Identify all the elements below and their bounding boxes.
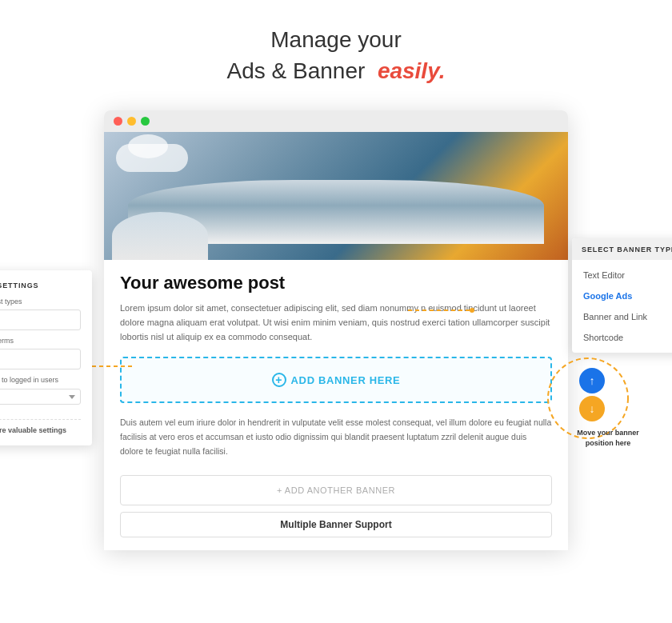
browser-content: Your awesome post Lorem ipsum dolor sit … xyxy=(104,260,568,549)
select-banner-type-panel: SELECT BANNER TYPE ▼ Text Editor Google … xyxy=(572,238,672,353)
add-banner-placeholder[interactable]: + ADD BANNER HERE xyxy=(120,357,552,403)
headline-line1: Manage your xyxy=(270,27,401,52)
select-banner-header: SELECT BANNER TYPE ▼ xyxy=(572,238,672,260)
show-on-post-types-label: Show on post types xyxy=(0,298,81,306)
headline: Manage your Ads & Banner easily. xyxy=(227,24,446,86)
move-down-button[interactable]: ↓ xyxy=(579,396,605,421)
banner-plus-icon: + xyxy=(272,373,286,387)
panel-more-text: and more valuable settings xyxy=(0,426,81,434)
dot-green xyxy=(141,117,150,126)
browser-titlebar xyxy=(104,110,568,132)
disable-for-terms-input[interactable]: News × xyxy=(0,349,81,369)
banner-settings-panel: BANNER SETTINGS Show on post types Post … xyxy=(0,270,92,445)
banner-placeholder-label: ADD BANNER HERE xyxy=(291,374,401,386)
move-position-panel: ↑ ↓ Move your banner position here xyxy=(576,366,640,448)
multiple-banner-support-label: Multiple Banner Support xyxy=(120,512,552,537)
page-wrapper: Manage your Ads & Banner easily. Your aw… xyxy=(0,0,672,623)
disable-for-terms-label: Disable for terms xyxy=(0,337,81,345)
banner-option-shortcode[interactable]: Shortcode xyxy=(572,327,672,348)
limit-banner-label: Limit Banner to logged in users xyxy=(0,376,81,384)
post-text2: Duis autem vel eum iriure dolor in hendr… xyxy=(120,416,552,459)
post-title: Your awesome post xyxy=(120,273,552,294)
banner-option-text-editor[interactable]: Text Editor xyxy=(572,265,672,286)
banner-option-google-ads[interactable]: Google Ads xyxy=(572,286,672,306)
dot-yellow xyxy=(127,117,136,126)
banner-option-banner-link[interactable]: Banner and Link xyxy=(572,306,672,327)
show-on-post-types-input[interactable]: Post × xyxy=(0,310,81,330)
move-position-label: Move your banner position here xyxy=(576,428,640,448)
post-text1: Lorem ipsum dolor sit amet, consectetuer… xyxy=(120,302,552,344)
browser-mockup: Your awesome post Lorem ipsum dolor sit … xyxy=(104,110,568,549)
browser-hero-image xyxy=(104,132,568,260)
headline-emphasis: easily. xyxy=(378,58,446,83)
add-another-banner[interactable]: + ADD ANOTHER BANNER xyxy=(120,475,552,505)
select-banner-options: Text Editor Google Ads Banner and Link S… xyxy=(572,260,672,353)
panel-divider xyxy=(0,419,81,420)
down-arrow-icon: ↓ xyxy=(590,402,595,415)
limit-banner-select[interactable]: No Yes xyxy=(0,389,81,405)
select-banner-title: SELECT BANNER TYPE xyxy=(582,246,672,254)
banner-settings-title: BANNER SETTINGS xyxy=(0,282,81,290)
headline-line2: Ads & Banner xyxy=(227,58,366,83)
move-up-button[interactable]: ↑ xyxy=(579,368,605,393)
dot-red xyxy=(114,117,122,126)
move-buttons: ↑ ↓ xyxy=(579,368,605,421)
up-arrow-icon: ↑ xyxy=(590,374,595,387)
cloud-decoration xyxy=(116,144,188,172)
